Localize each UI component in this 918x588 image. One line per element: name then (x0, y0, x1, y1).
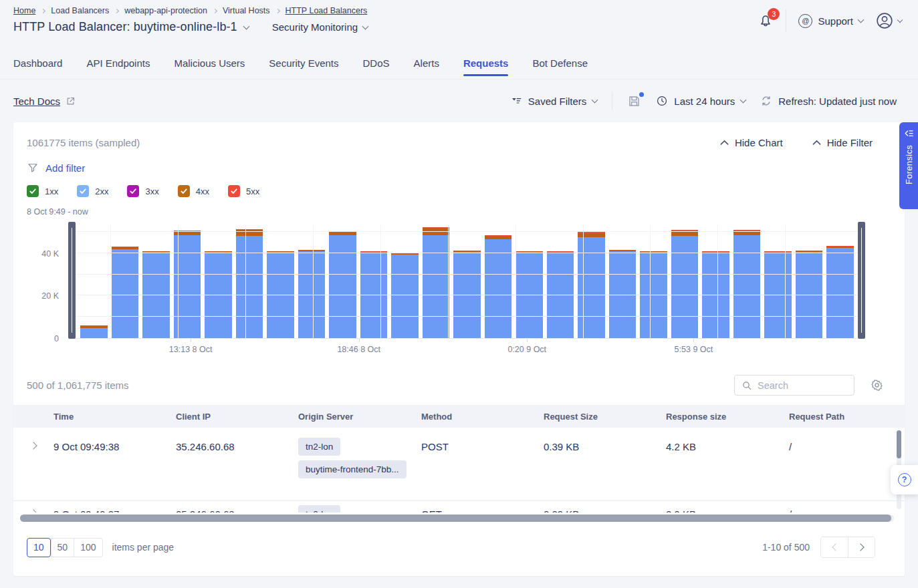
tab-bot-defense[interactable]: Bot Defense (532, 47, 588, 80)
x-axis-tick-mark (359, 339, 360, 342)
brush-handle-right[interactable] (858, 222, 865, 339)
account-menu[interactable] (875, 11, 902, 30)
horizontal-scrollbar-thumb[interactable] (20, 514, 891, 522)
requests-chart: 020 K40 K 13:13 8 Oct18:46 8 Oct0:20 9 O… (27, 225, 891, 356)
gridline-vertical (448, 225, 449, 338)
chart-bars (72, 225, 862, 338)
breadcrumb-item-http-load-balancers[interactable]: HTTP Load Balancers (285, 6, 368, 15)
column-header-response-size[interactable]: Response size (666, 412, 789, 422)
forensics-flyout-tab[interactable]: Forensics (899, 122, 918, 209)
notification-badge: 3 (768, 8, 780, 20)
status-filter-1xx[interactable]: 1xx (27, 185, 58, 197)
checkbox-2xx[interactable] (77, 185, 89, 197)
breadcrumb-item-webapp-api-protection[interactable]: webapp-api-protection (124, 6, 207, 15)
column-header-request-path[interactable]: Request Path (789, 412, 905, 422)
origin-server-tag[interactable]: buytime-frontend-7bb... (298, 460, 407, 478)
column-header-request-size[interactable]: Request Size (544, 412, 666, 422)
checkbox-4xx[interactable] (178, 185, 190, 197)
checkbox-3xx[interactable] (127, 185, 139, 197)
chart-bar[interactable] (423, 227, 450, 338)
gridline-vertical (380, 225, 381, 338)
hide-filter-button[interactable]: Hide Filter (812, 137, 873, 148)
title-chevron-down-icon[interactable] (243, 23, 249, 29)
table-row[interactable]: 9 Oct 09:49:3835.246.60.68tn2-lonbuytime… (13, 428, 905, 501)
chart-y-axis: 020 K40 K (27, 225, 66, 339)
checkbox-5xx[interactable] (228, 185, 240, 197)
breadcrumb-item-virtual-hosts[interactable]: Virtual Hosts (223, 6, 270, 15)
chart-bar[interactable] (609, 250, 637, 338)
column-header-time[interactable]: Time (53, 412, 176, 422)
status-filter-3xx[interactable]: 3xx (127, 185, 158, 197)
x-axis-tick-mark (693, 339, 694, 342)
column-header-client-ip[interactable]: Client IP (176, 412, 298, 422)
row-expand-chevron-icon[interactable] (29, 509, 37, 512)
hide-chart-button[interactable]: Hide Chart (720, 137, 783, 148)
chart-bar[interactable] (80, 325, 108, 338)
next-page-button[interactable] (848, 537, 875, 557)
notifications-button[interactable]: 3 (758, 13, 774, 29)
brush-handle-left[interactable] (68, 222, 76, 339)
status-code-filters: 1xx2xx3xx4xx5xx (27, 185, 891, 197)
search-box[interactable] (734, 375, 854, 396)
help-button[interactable]: ? (891, 465, 918, 494)
search-input[interactable] (758, 380, 838, 391)
tech-docs-link[interactable]: Tech Docs (13, 96, 76, 107)
bar-segment-success-1xx-2xx-3xx (485, 239, 512, 338)
tab-ddos[interactable]: DDoS (363, 47, 390, 80)
page-size-50[interactable]: 50 (51, 538, 74, 557)
origin-server-tag[interactable]: tn2-lon (298, 438, 340, 456)
page-size-10[interactable]: 10 (27, 538, 51, 557)
table-row[interactable]: 9 Oct 09:49:3735.246.60.68tn2-lonGET0.29… (13, 501, 905, 512)
add-filter-button[interactable]: Add filter (45, 162, 85, 174)
vertical-scrollbar-thumb[interactable] (897, 430, 901, 458)
chart-bar[interactable] (733, 230, 761, 338)
tab-alerts[interactable]: Alerts (414, 47, 439, 80)
y-axis-tick-label: 0 (54, 334, 59, 343)
page-size-100[interactable]: 100 (74, 538, 102, 557)
tab-security-events[interactable]: Security Events (269, 47, 338, 80)
status-filter-2xx[interactable]: 2xx (77, 185, 108, 197)
breadcrumb-item-load-balancers[interactable]: Load Balancers (51, 6, 109, 15)
bar-segment-success-1xx-2xx-3xx (329, 235, 356, 338)
cell-method: POST (421, 438, 544, 452)
breadcrumb-separator-icon (41, 8, 45, 13)
cell-request-path: / (789, 505, 905, 512)
chart-bar[interactable] (578, 232, 605, 338)
prev-page-button[interactable] (821, 537, 848, 557)
column-header-origin-server[interactable]: Origin Server (298, 412, 421, 422)
chart-bar[interactable] (298, 250, 326, 338)
origin-server-tag[interactable]: tn2-lon (298, 505, 340, 512)
gridline-horizontal (72, 231, 862, 232)
support-menu[interactable]: @ Support (798, 14, 863, 28)
status-filter-4xx[interactable]: 4xx (178, 185, 209, 197)
save-filter-button[interactable] (627, 94, 641, 108)
tab-api-endpoints[interactable]: API Endpoints (86, 47, 150, 80)
chart-bar[interactable] (329, 231, 356, 338)
chart-bar[interactable] (485, 235, 512, 338)
table-settings-button[interactable] (871, 379, 883, 392)
chart-bar[interactable] (112, 247, 139, 338)
bar-segment-success-1xx-2xx-3xx (391, 255, 419, 339)
bar-segment-success-1xx-2xx-3xx (236, 236, 263, 338)
saved-filters-button[interactable]: Saved Filters (511, 96, 598, 107)
chart-bar[interactable] (671, 230, 699, 338)
gridline-horizontal (72, 253, 862, 253)
chart-bar[interactable] (826, 246, 854, 338)
chart-bar[interactable] (236, 229, 263, 338)
view-selector[interactable]: Security Monitoring (272, 21, 368, 33)
column-header-method[interactable]: Method (421, 412, 544, 422)
status-filter-5xx[interactable]: 5xx (228, 185, 259, 197)
items-per-page-label: items per page (112, 542, 175, 553)
breadcrumb-item-home[interactable]: Home (13, 6, 35, 15)
chevron-left-icon (832, 543, 839, 551)
support-label: Support (818, 15, 853, 27)
tab-dashboard[interactable]: Dashboard (13, 47, 62, 80)
refresh-button[interactable]: Refresh: Updated just now (760, 95, 897, 107)
checkbox-1xx[interactable] (27, 185, 39, 197)
x-axis-tick-label: 18:46 8 Oct (337, 345, 380, 354)
time-range-button[interactable]: Last 24 hours (656, 95, 745, 107)
tab-malicious-users[interactable]: Malicious Users (174, 47, 245, 80)
horizontal-scrollbar[interactable] (20, 514, 898, 522)
row-expand-chevron-icon[interactable] (29, 442, 37, 449)
tab-requests[interactable]: Requests (463, 47, 509, 80)
